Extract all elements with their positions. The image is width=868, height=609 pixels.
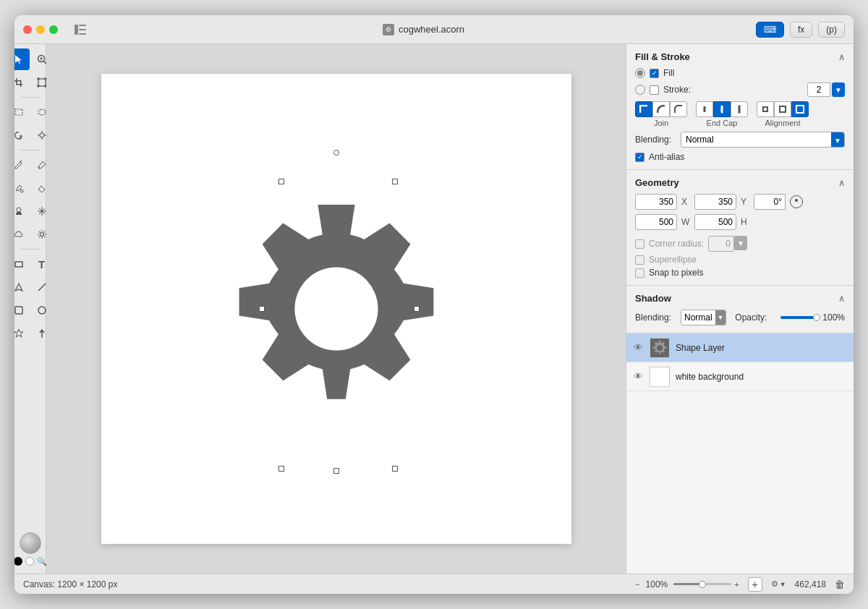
zoom-slider[interactable] <box>673 583 731 585</box>
stroke-value-input[interactable]: 2 <box>807 82 830 97</box>
properties-button[interactable]: ⌨ <box>756 22 784 38</box>
svg-line-39 <box>38 231 39 232</box>
zoom-in-icon[interactable]: + <box>734 580 739 589</box>
shape-rect-tool[interactable] <box>14 299 30 321</box>
shadow-blending-select[interactable]: Normal ▼ <box>681 310 726 325</box>
tool-divider-1 <box>20 97 41 98</box>
rotation-input[interactable] <box>754 194 786 210</box>
close-button[interactable] <box>23 25 32 34</box>
handle-top-circle[interactable] <box>333 150 339 156</box>
handle-topleft[interactable] <box>278 179 284 184</box>
shadow-blending-arrow[interactable]: ▼ <box>715 310 726 325</box>
cloud-tool[interactable] <box>14 223 30 245</box>
endcap-butt-btn[interactable] <box>696 101 713 117</box>
vector-pen-tool[interactable] <box>14 276 30 298</box>
x-label: X <box>681 197 690 207</box>
h-input[interactable] <box>694 214 736 230</box>
blending-dropdown-arrow[interactable]: ▼ <box>831 132 844 148</box>
endcap-square-btn[interactable] <box>731 101 748 117</box>
shadow-opacity-slider[interactable] <box>780 316 817 319</box>
star-tool[interactable] <box>14 323 30 344</box>
fill-stroke-chevron[interactable]: ∧ <box>838 52 845 62</box>
snap-row: Snap to pixels <box>635 268 845 278</box>
join-miter-btn[interactable] <box>635 101 652 117</box>
zoom-small-icon[interactable]: 🔍 <box>37 557 47 566</box>
crop-tool[interactable] <box>14 72 30 93</box>
svg-point-23 <box>40 133 44 137</box>
svg-rect-29 <box>16 213 22 215</box>
rect-select-tool[interactable] <box>14 101 30 123</box>
sidebar-toggle-button[interactable] <box>69 19 91 41</box>
geometry-chevron[interactable]: ∧ <box>838 178 845 188</box>
canvas-area[interactable] <box>46 44 626 574</box>
stamp-tool[interactable] <box>14 200 30 222</box>
antialias-row: ✓ Anti-alias <box>635 152 845 162</box>
handle-midright[interactable] <box>414 306 420 312</box>
shadow-section: Shadow ∧ Blending: Normal ▼ Opacity: <box>626 286 854 333</box>
zoom-out-icon[interactable]: − <box>635 580 639 589</box>
paint-bucket-tool[interactable] <box>14 177 30 199</box>
stroke-checkbox[interactable] <box>650 85 659 95</box>
background-color[interactable] <box>25 557 34 566</box>
coordinates: 462,418 <box>795 579 826 589</box>
rotation-circle[interactable] <box>790 195 803 208</box>
pen-tool[interactable] <box>14 154 30 176</box>
svg-rect-3 <box>79 33 86 35</box>
handle-midleft[interactable] <box>259 306 265 312</box>
corner-radius-checkbox[interactable] <box>635 239 644 249</box>
layer-background-eye[interactable]: 👁 <box>632 371 644 383</box>
y-input[interactable] <box>694 194 736 210</box>
layer-background[interactable]: 👁 white background <box>626 362 854 391</box>
svg-rect-52 <box>780 106 786 112</box>
handle-bottomleft[interactable] <box>278 466 284 472</box>
x-input[interactable] <box>635 194 677 210</box>
join-round-btn[interactable] <box>652 101 670 117</box>
snap-label: Snap to pixels <box>649 268 703 278</box>
align-center-btn[interactable] <box>774 101 791 117</box>
shadow-opacity-label: Opacity: <box>735 312 775 323</box>
svg-rect-28 <box>17 212 21 213</box>
superellipse-checkbox[interactable] <box>635 255 644 265</box>
stroke-radio[interactable] <box>635 85 645 95</box>
maximize-button[interactable] <box>49 25 58 34</box>
handle-bottommid[interactable] <box>333 468 339 474</box>
p-button[interactable]: (p) <box>818 22 845 38</box>
xy-row: X Y <box>635 194 845 210</box>
delete-layer-button[interactable]: 🗑 <box>835 579 845 590</box>
fx-button[interactable]: fx <box>790 22 812 38</box>
fill-checkbox[interactable]: ✓ <box>650 69 659 78</box>
fill-label: Fill <box>663 68 674 78</box>
shadow-chevron[interactable]: ∧ <box>838 294 845 304</box>
w-input[interactable] <box>635 214 677 230</box>
handle-bottomright[interactable] <box>392 466 398 472</box>
stroke-row: Stroke: 2 ▼ <box>635 82 845 97</box>
rotation-dot <box>795 199 798 202</box>
color-picker[interactable] <box>20 532 41 554</box>
join-bevel-btn[interactable] <box>670 101 687 117</box>
zoom-handle[interactable] <box>699 581 706 588</box>
shadow-opacity-handle[interactable] <box>813 314 820 321</box>
layer-shape-eye[interactable]: 👁 <box>632 342 644 354</box>
endcap-round-btn[interactable] <box>713 101 731 117</box>
rect-shape-tool[interactable] <box>14 253 30 275</box>
geometry-header: Geometry ∧ <box>635 177 845 188</box>
add-layer-button[interactable]: + <box>748 577 762 592</box>
lasso-tool[interactable] <box>14 124 30 146</box>
fill-stroke-title: Fill & Stroke <box>635 51 690 62</box>
fill-radio[interactable] <box>635 68 645 78</box>
layer-shape[interactable]: 👁 Shape Layer <box>626 333 854 362</box>
snap-checkbox[interactable] <box>635 268 644 278</box>
align-outside-btn[interactable] <box>791 101 809 117</box>
minimize-button[interactable] <box>36 25 45 34</box>
stroke-dropdown[interactable]: ▼ <box>832 82 845 97</box>
svg-rect-13 <box>37 78 39 80</box>
align-inside-btn[interactable] <box>757 101 774 117</box>
select-tool[interactable] <box>14 48 30 70</box>
handle-topright[interactable] <box>392 179 398 184</box>
foreground-color[interactable] <box>14 557 22 566</box>
svg-rect-9 <box>16 84 22 85</box>
antialias-checkbox[interactable]: ✓ <box>635 153 644 162</box>
blending-row: Blending: Normal ▼ <box>635 132 845 148</box>
settings-button[interactable]: ⚙ ▼ <box>771 579 786 589</box>
blending-select[interactable]: Normal ▼ <box>681 132 845 148</box>
